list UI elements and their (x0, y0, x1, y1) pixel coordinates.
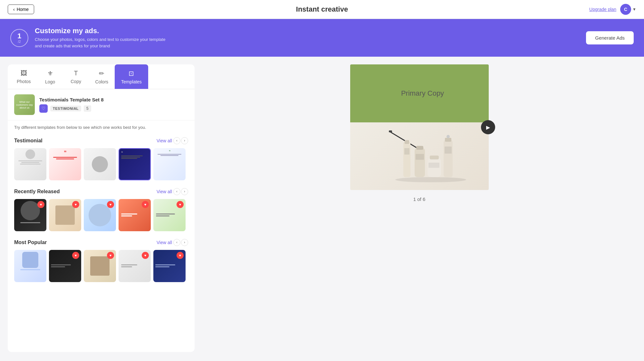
header-right: Upgrade plan C ▼ (589, 4, 636, 15)
template-card-r4[interactable]: ♥ (119, 199, 151, 231)
tab-colors-label: Colors (95, 79, 108, 84)
recently-released-section: Recently Released View all ‹ › (8, 185, 195, 236)
template-card-p5[interactable]: ♥ (153, 250, 186, 282)
heart-overlay-r1: ♥ (37, 201, 44, 208)
banner-text: Customize my ads. Choose your photos, lo… (35, 27, 170, 49)
logo-icon: ⚜ (47, 70, 53, 77)
product-placeholder (350, 122, 489, 190)
heart-overlay-r2: ♥ (72, 201, 79, 208)
template-card-t2[interactable]: ❝ (49, 148, 81, 180)
chevron-left-icon: ‹ (13, 7, 15, 12)
svg-rect-5 (415, 148, 425, 177)
thumb-inner: What our customers say about us (14, 94, 35, 115)
most-popular-section: Most Popular View all ‹ › (8, 236, 195, 287)
template-card-r2[interactable]: ♥ (49, 199, 81, 231)
prev-arrow-recent[interactable]: ‹ (173, 188, 180, 195)
template-card-t3[interactable] (84, 148, 116, 180)
tab-logo-label: Logo (45, 79, 55, 84)
view-all-recent[interactable]: View all ‹ › (157, 188, 188, 195)
prev-arrow-popular[interactable]: ‹ (173, 239, 180, 246)
template-card-r1[interactable]: ♥ (14, 199, 46, 231)
svg-rect-6 (416, 146, 423, 150)
prev-arrow[interactable]: ‹ (173, 137, 180, 144)
nav-arrows: ‹ › (173, 137, 188, 144)
popular-grid: ♥ ♥ ♥ (14, 250, 188, 282)
recent-grid: ♥ ♥ ♥ (14, 199, 188, 231)
svg-rect-11 (444, 140, 453, 177)
svg-rect-10 (428, 163, 439, 168)
main-layout: 🖼 Photos ⚜ Logo T Copy ✏ Colors ⊡ Templa… (0, 57, 644, 360)
next-arrow-popular[interactable]: › (181, 239, 188, 246)
preview-image: Primary Copy (350, 64, 489, 190)
template-card-p3[interactable]: ♥ (84, 250, 116, 282)
next-arrow-recent[interactable]: › (181, 188, 188, 195)
template-badges: ♡ TESTIMONIAL 5 (39, 104, 104, 113)
primary-copy-text: Primary Copy (401, 89, 444, 98)
count-badge: 5 (84, 105, 91, 112)
nav-arrows-recent: ‹ › (173, 188, 188, 195)
heart-overlay-p4: ♥ (142, 252, 149, 259)
heart-overlay-p2: ♥ (72, 252, 79, 259)
home-label: Home (17, 7, 29, 12)
page-title: Instant creative (296, 5, 348, 14)
svg-point-15 (395, 177, 466, 182)
tab-logo[interactable]: ⚜ Logo (37, 64, 63, 89)
view-all-testimonial[interactable]: View all ‹ › (157, 137, 188, 144)
banner-description: Choose your photos, logos, colors and te… (35, 36, 170, 49)
right-panel: Primary Copy (202, 64, 636, 352)
template-card-p2[interactable]: ♥ (49, 250, 81, 282)
tab-colors[interactable]: ✏ Colors (89, 64, 115, 89)
templates-icon: ⊡ (129, 70, 134, 77)
template-card-t5[interactable]: ❝ (153, 148, 186, 180)
customize-banner: 1 /2 Customize my ads. Choose your photo… (0, 19, 644, 57)
step-total: /2 (18, 40, 21, 43)
template-card-r5[interactable]: ♥ (153, 199, 186, 231)
tab-templates-label: Templates (121, 79, 142, 84)
avatar-dropdown[interactable]: C ▼ (620, 4, 636, 15)
view-all-popular[interactable]: View all ‹ › (157, 239, 188, 246)
tab-photos-label: Photos (17, 79, 31, 84)
svg-rect-12 (445, 138, 451, 142)
section-title-testimonial: Testimonial (14, 138, 43, 144)
upgrade-link[interactable]: Upgrade plan (589, 7, 616, 12)
heart-overlay-r5: ♥ (177, 201, 184, 208)
heart-overlay-p5: ♥ (177, 252, 184, 259)
svg-rect-14 (445, 147, 452, 154)
heart-overlay-p3: ♥ (107, 252, 114, 259)
left-panel: 🖼 Photos ⚜ Logo T Copy ✏ Colors ⊡ Templa… (8, 64, 195, 352)
testimonial-section: Testimonial View all ‹ › (8, 135, 195, 185)
svg-rect-1 (389, 130, 392, 132)
heart-icon[interactable]: ♡ (39, 104, 48, 113)
generate-ads-button[interactable]: Generate Ads (586, 31, 634, 44)
tab-copy[interactable]: T Copy (63, 64, 89, 89)
template-card-t1[interactable] (14, 148, 46, 180)
section-header-testimonial: Testimonial View all ‹ › (14, 135, 188, 144)
template-card-p4[interactable]: ♥ (119, 250, 151, 282)
tab-bar: 🖼 Photos ⚜ Logo T Copy ✏ Colors ⊡ Templa… (8, 64, 195, 89)
preview-bottom (350, 122, 489, 190)
preview-top: Primary Copy (350, 64, 489, 122)
chevron-down-icon: ▼ (632, 7, 636, 12)
home-button[interactable]: ‹ Home (8, 5, 34, 14)
template-card-r3[interactable]: ♥ (84, 199, 116, 231)
heart-overlay-r3: ♥ (107, 201, 114, 208)
svg-rect-3 (405, 140, 409, 144)
page-indicator: 1 of 6 (413, 196, 426, 202)
svg-point-13 (447, 135, 450, 138)
tab-templates[interactable]: ⊡ Templates (115, 64, 148, 89)
template-header: What our customers say about us Testimon… (8, 89, 195, 120)
product-svg (371, 126, 468, 187)
play-button[interactable]: ▶ (481, 120, 495, 134)
next-arrow[interactable]: › (181, 137, 188, 144)
template-card-t4[interactable]: ❝ (119, 148, 151, 180)
svg-rect-2 (403, 142, 410, 177)
step-number: 1 (17, 33, 21, 40)
type-badge: TESTIMONIAL (50, 106, 81, 111)
copy-icon: T (74, 70, 78, 77)
section-header-recent: Recently Released View all ‹ › (14, 185, 188, 195)
section-title-recent: Recently Released (14, 189, 60, 195)
photos-icon: 🖼 (21, 70, 27, 77)
tab-photos[interactable]: 🖼 Photos (10, 64, 37, 89)
template-card-p1[interactable] (14, 250, 46, 282)
banner-heading: Customize my ads. (35, 27, 170, 35)
